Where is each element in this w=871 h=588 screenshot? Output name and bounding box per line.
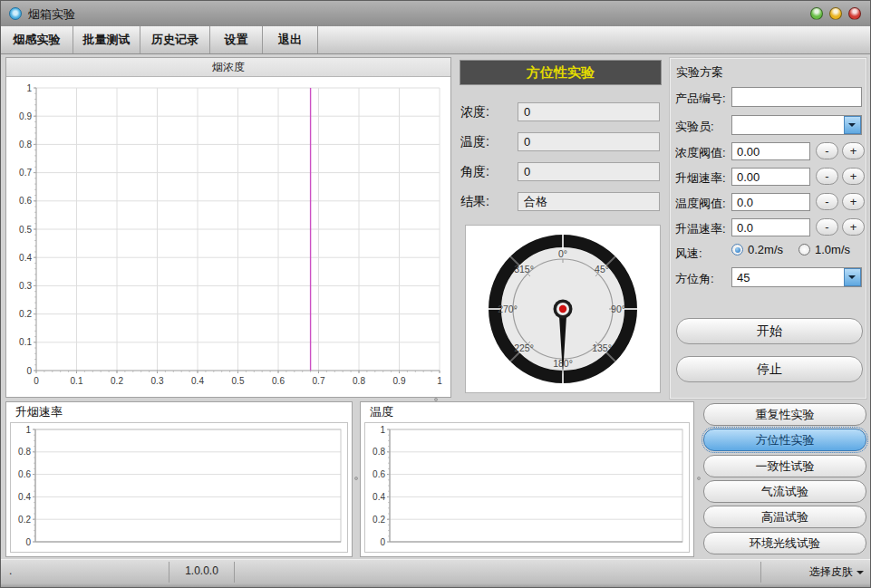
temp-threshold-label: 温度阀值: <box>675 196 726 212</box>
svg-text:1: 1 <box>26 83 32 93</box>
app-window: 烟箱实验 烟感实验 批量测试 历史记录 设置 退出 烟浓度 00.10.20.3… <box>0 0 871 588</box>
window-controls <box>810 7 861 20</box>
svg-text:0.7: 0.7 <box>313 376 325 386</box>
svg-text:0.8: 0.8 <box>353 376 365 386</box>
menu-item-settings[interactable]: 设置 <box>210 26 263 53</box>
smoke-rise-rate-input[interactable] <box>731 168 810 186</box>
svg-text:0.5: 0.5 <box>232 376 245 386</box>
smoke-rise-rate-plus-button[interactable]: + <box>842 168 865 185</box>
temp-rise-rate-input[interactable] <box>731 218 810 236</box>
start-button[interactable]: 开始 <box>676 318 863 344</box>
azimuth-select-input[interactable] <box>731 267 862 287</box>
test-button-consistency[interactable]: 一致性试验 <box>703 455 866 477</box>
field-label-result: 结果: <box>460 194 515 210</box>
svg-text:0.1: 0.1 <box>19 337 32 347</box>
experiment-header: 方位性实验 <box>460 61 661 84</box>
app-icon <box>9 7 22 20</box>
svg-text:0.3: 0.3 <box>19 281 32 291</box>
plot-area: 00.20.40.60.81 <box>18 425 341 547</box>
minimize-button-icon[interactable] <box>810 7 823 20</box>
splitter-handle[interactable] <box>434 398 438 401</box>
svg-text:0.6: 0.6 <box>373 469 385 479</box>
status-text: . <box>9 564 12 577</box>
svg-text:0.2: 0.2 <box>19 309 32 319</box>
temp-threshold-minus-button[interactable]: - <box>816 193 838 210</box>
test-button-repeatability[interactable]: 重复性实验 <box>703 403 866 426</box>
operator-label: 实验员: <box>675 119 714 135</box>
skin-select-button[interactable]: 选择皮肤 <box>809 564 864 580</box>
wind-speed-radio-10[interactable]: 1.0m/s <box>798 243 850 256</box>
svg-text:0.6: 0.6 <box>18 469 31 479</box>
temp-rise-rate-minus-button[interactable]: - <box>816 218 838 236</box>
svg-text:1: 1 <box>25 425 31 435</box>
svg-text:0: 0 <box>34 376 39 386</box>
splitter-handle[interactable] <box>697 477 701 480</box>
svg-text:0.6: 0.6 <box>272 376 285 386</box>
chart-inner-box: 00.20.40.60.81 <box>10 422 348 553</box>
field-value-result: 合格 <box>518 192 660 211</box>
product-no-label: 产品编号: <box>675 91 726 107</box>
azimuth-dropdown-button[interactable] <box>844 268 861 286</box>
svg-text:225°: 225° <box>514 342 534 353</box>
temp-rise-rate-plus-button[interactable]: + <box>842 218 865 236</box>
svg-text:0: 0 <box>380 537 385 547</box>
azimuth-gauge-panel: 0° 45° 90° 135° 180° 225° 270° 315° <box>465 225 661 393</box>
svg-text:0.5: 0.5 <box>19 225 32 235</box>
svg-text:1: 1 <box>437 376 442 386</box>
svg-text:0.3: 0.3 <box>151 376 164 386</box>
test-button-azimuth[interactable]: 方位性实验 <box>703 429 866 451</box>
svg-text:0.9: 0.9 <box>19 111 32 121</box>
smoke-rise-rate-minus-button[interactable]: - <box>816 168 838 185</box>
svg-text:135°: 135° <box>592 342 612 353</box>
svg-text:0.6: 0.6 <box>19 196 32 206</box>
plot-area: 00.10.20.30.40.50.60.70.80.9100.10.20.30… <box>19 83 442 387</box>
field-label-concentration: 浓度: <box>460 104 515 120</box>
svg-text:45°: 45° <box>595 264 609 275</box>
density-threshold-minus-button[interactable]: - <box>816 142 838 159</box>
field-value-angle: 0 <box>518 162 660 181</box>
svg-text:0°: 0° <box>558 248 567 259</box>
operator-select-input[interactable] <box>731 115 862 135</box>
menu-item-batch-test[interactable]: 批量测试 <box>73 26 140 53</box>
wind-speed-radio-02[interactable]: 0.2m/s <box>731 243 783 256</box>
stop-button[interactable]: 停止 <box>676 356 863 382</box>
svg-text:0.4: 0.4 <box>373 492 385 502</box>
field-label-temperature: 温度: <box>460 134 515 150</box>
product-no-input[interactable] <box>731 87 862 107</box>
test-button-high-temp[interactable]: 高温试验 <box>703 506 866 528</box>
chart-inner-box: 00.20.40.60.81 <box>364 422 690 553</box>
density-threshold-input[interactable] <box>731 142 810 160</box>
temp-threshold-input[interactable] <box>731 193 810 211</box>
field-label-angle: 角度: <box>460 164 515 180</box>
menu-item-history[interactable]: 历史记录 <box>140 26 210 53</box>
smoke-rise-rate-chart-panel: 升烟速率 00.20.40.60.81 <box>5 401 353 557</box>
maximize-button-icon[interactable] <box>829 7 842 20</box>
svg-text:0: 0 <box>25 537 31 547</box>
menu-item-smoke-test[interactable]: 烟感实验 <box>1 26 73 53</box>
svg-text:0.4: 0.4 <box>19 253 32 263</box>
svg-text:0.4: 0.4 <box>191 376 204 386</box>
svg-text:0.8: 0.8 <box>18 447 31 457</box>
test-button-airflow[interactable]: 气流试验 <box>703 480 866 503</box>
density-threshold-plus-button[interactable]: + <box>842 142 865 159</box>
radio-icon <box>731 244 743 255</box>
chart-title-temperature: 温度 <box>361 402 693 422</box>
menu-item-exit[interactable]: 退出 <box>263 26 318 53</box>
azimuth-gauge: 0° 45° 90° 135° 180° 225° 270° 315° <box>466 226 660 392</box>
radio-icon <box>798 244 810 255</box>
window-footer <box>1 583 870 588</box>
close-button-icon[interactable] <box>848 7 861 20</box>
svg-text:1: 1 <box>380 425 385 435</box>
status-bar: . 1.0.0.0 选择皮肤 <box>1 559 870 584</box>
window-title: 烟箱实验 <box>28 6 75 23</box>
operator-dropdown-button[interactable] <box>844 116 861 134</box>
splitter-handle[interactable] <box>354 477 358 480</box>
wind-speed-label: 风速: <box>675 246 702 262</box>
test-button-ambient-light[interactable]: 环境光线试验 <box>703 532 866 554</box>
smoke-rise-rate-label: 升烟速率: <box>675 170 726 187</box>
plan-title: 实验方案 <box>676 64 723 81</box>
svg-text:0.9: 0.9 <box>393 376 406 386</box>
svg-text:0.7: 0.7 <box>19 168 32 178</box>
chart-title-smoke-density: 烟浓度 <box>6 58 450 77</box>
temp-threshold-plus-button[interactable]: + <box>842 193 865 210</box>
